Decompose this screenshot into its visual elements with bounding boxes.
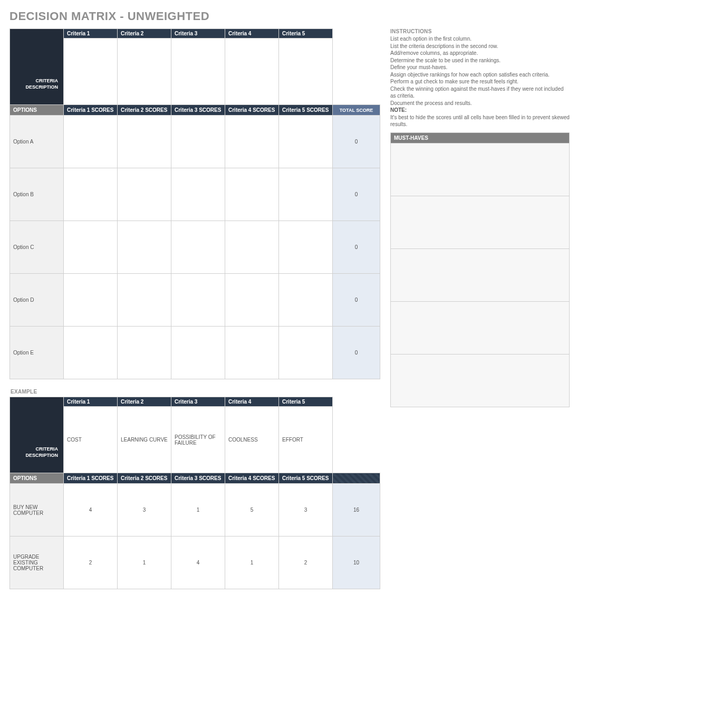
instruction-line: Perform a gut check to make sure the res… [390,78,570,85]
option-name[interactable]: Option D [10,274,64,327]
instructions-heading: INSTRUCTIONS [390,28,570,34]
option-name[interactable]: Option B [10,168,64,221]
instruction-note-label: NOTE: [390,107,570,114]
criteria-description-input[interactable] [225,39,279,105]
criteria-description: EFFORT [279,407,333,473]
example-heading: EXAMPLE [11,389,380,395]
score-input[interactable] [118,221,171,274]
option-row: Option D 0 [10,274,380,327]
option-row: UPGRADE EXISTING COMPUTER 2 1 4 1 2 10 [10,537,380,589]
score-input[interactable] [64,116,118,168]
score-input[interactable] [279,168,333,221]
option-name: UPGRADE EXISTING COMPUTER [10,537,64,589]
score-value: 2 [64,537,118,589]
score-input[interactable] [64,327,118,379]
options-header: OPTIONS [10,105,64,116]
instruction-note-text: It's best to hide the scores until all c… [390,114,570,128]
score-input[interactable] [64,274,118,327]
score-input[interactable] [225,327,279,379]
score-value: 4 [171,537,225,589]
instruction-line: Check the winning option against the mus… [390,85,570,100]
must-have-input[interactable] [391,301,570,354]
criteria-description: LEARNING CURVE [118,407,171,473]
instruction-line: Assign objective rankings for how each o… [390,71,570,79]
score-header: Criteria 1 SCORES [64,473,118,484]
must-have-input[interactable] [391,143,570,196]
score-value: 1 [118,537,171,589]
criteria-description-input[interactable] [64,39,118,105]
must-have-input[interactable] [391,354,570,407]
total-score: 16 [333,484,380,537]
score-header: Criteria 5 SCORES [279,105,333,116]
score-input[interactable] [171,221,225,274]
score-input[interactable] [279,274,333,327]
option-name[interactable]: Option C [10,221,64,274]
score-input[interactable] [171,168,225,221]
option-row: Option A 0 [10,116,380,168]
must-have-input[interactable] [391,196,570,248]
option-row: Option B 0 [10,168,380,221]
instruction-line: Document the process and results. [390,100,570,107]
score-header: Criteria 1 SCORES [64,105,118,116]
must-have-input[interactable] [391,248,570,301]
score-header: Criteria 5 SCORES [279,473,333,484]
criteria-header: Criteria 2 [118,397,171,407]
score-input[interactable] [225,274,279,327]
example-matrix-table: CRITERIA DESCRIPTION Criteria 1 Criteria… [9,397,380,589]
criteria-header: Criteria 1 [64,397,118,407]
score-input[interactable] [225,221,279,274]
score-value: 4 [64,484,118,537]
instruction-line: Determine the scale to be used in the ra… [390,57,570,64]
score-input[interactable] [279,327,333,379]
option-name[interactable]: Option A [10,116,64,168]
criteria-header: Criteria 1 [64,29,118,39]
criteria-description: COST [64,407,118,473]
criteria-description-label: CRITERIA DESCRIPTION [10,397,64,473]
score-input[interactable] [64,168,118,221]
option-row: BUY NEW COMPUTER 4 3 1 5 3 16 [10,484,380,537]
criteria-description-input[interactable] [171,39,225,105]
score-input[interactable] [279,221,333,274]
criteria-header: Criteria 2 [118,29,171,39]
criteria-header: Criteria 4 [225,29,279,39]
score-header: Criteria 2 SCORES [118,105,171,116]
score-input[interactable] [118,327,171,379]
score-input[interactable] [171,327,225,379]
score-input[interactable] [64,221,118,274]
score-input[interactable] [118,116,171,168]
score-value: 3 [279,484,333,537]
instruction-line: List each option in the first column. [390,35,570,43]
total-score: 0 [333,221,380,274]
option-row: Option E 0 [10,327,380,379]
score-input[interactable] [225,116,279,168]
decision-matrix-table: CRITERIA DESCRIPTION Criteria 1 Criteria… [9,28,380,379]
score-input[interactable] [171,116,225,168]
score-input[interactable] [118,168,171,221]
score-input[interactable] [171,274,225,327]
score-header: Criteria 2 SCORES [118,473,171,484]
total-score: 0 [333,116,380,168]
score-header: Criteria 3 SCORES [171,473,225,484]
must-haves-header: MUST-HAVES [391,132,570,143]
criteria-description-label: CRITERIA DESCRIPTION [10,29,64,105]
criteria-description-input[interactable] [279,39,333,105]
criteria-description-input[interactable] [118,39,171,105]
score-input[interactable] [279,116,333,168]
score-input[interactable] [225,168,279,221]
score-value: 5 [225,484,279,537]
must-haves-table: MUST-HAVES [390,132,570,407]
total-score: 0 [333,274,380,327]
option-name[interactable]: Option E [10,327,64,379]
instruction-line: Define your must-haves. [390,64,570,71]
score-header: Criteria 3 SCORES [171,105,225,116]
criteria-description: POSSIBILITY OF FAILURE [171,407,225,473]
score-input[interactable] [118,274,171,327]
total-score: 0 [333,168,380,221]
total-score-header: TOTAL SCORE [333,105,380,116]
score-header: Criteria 4 SCORES [225,473,279,484]
criteria-header: Criteria 3 [171,397,225,407]
score-value: 1 [171,484,225,537]
score-value: 2 [279,537,333,589]
instruction-line: Add/remove columns, as appropriate. [390,50,570,57]
total-score-header [333,473,380,484]
